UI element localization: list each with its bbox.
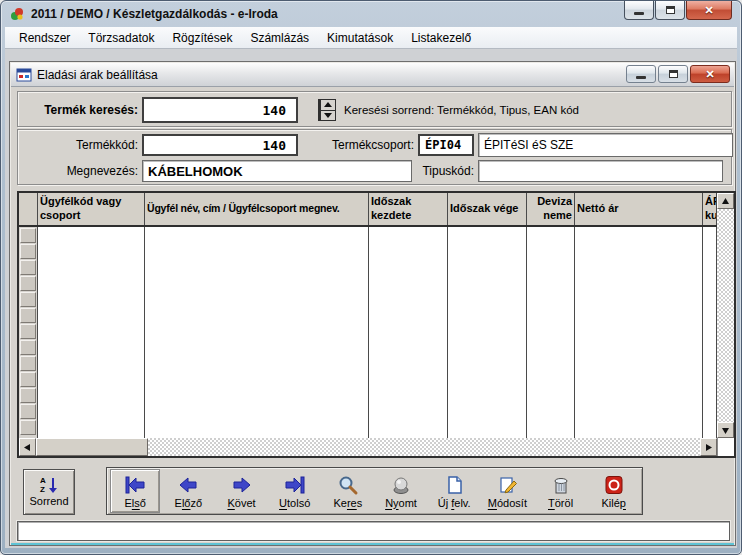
exit-icon bbox=[602, 474, 626, 496]
main-caption-buttons: ✕ bbox=[624, 1, 732, 20]
kilep-button-label: Kilép bbox=[601, 497, 625, 509]
vertical-scroll-track[interactable] bbox=[717, 209, 734, 422]
dialog-body: Termék keresés: 140 Keresési sorrend: Te… bbox=[11, 87, 734, 544]
uj-felv-button[interactable]: Új felv. bbox=[429, 469, 479, 513]
dialog-close-button[interactable]: ✕ bbox=[690, 65, 730, 83]
dialog-minimize-button[interactable] bbox=[626, 65, 656, 83]
elso-button-label: Első bbox=[124, 497, 145, 509]
nyomt-button-label: Nyomt bbox=[385, 497, 417, 509]
horizontal-scroll-thumb[interactable] bbox=[36, 438, 148, 456]
mdi-client-area: Eladási árak beállítása ✕ Termék keresés… bbox=[5, 49, 737, 548]
first-icon bbox=[123, 474, 147, 496]
grid-column-header-ugyfelkod-vagy-csoport[interactable]: Ügyfélkód vagy csoport bbox=[38, 193, 145, 225]
elso-button[interactable]: Első bbox=[110, 469, 160, 513]
kovet-button-label: Követ bbox=[227, 497, 255, 509]
menu-item-szamlazas[interactable]: Számlázás bbox=[241, 28, 318, 48]
type-code-input[interactable] bbox=[478, 160, 723, 182]
scroll-right-button[interactable] bbox=[700, 438, 717, 456]
kilep-button[interactable]: Kilép bbox=[589, 469, 639, 513]
main-window: 2011 / DEMO / Készletgazdálkodás - e-Iro… bbox=[0, 0, 742, 555]
minimize-icon bbox=[634, 12, 644, 15]
bottom-accent-line bbox=[11, 543, 734, 545]
torol-button-label: Töröl bbox=[548, 497, 573, 509]
edit-icon bbox=[495, 474, 519, 496]
grid-vertical-scrollbar[interactable] bbox=[717, 193, 734, 438]
row-selector-cell[interactable] bbox=[20, 260, 36, 275]
scroll-down-button[interactable] bbox=[717, 422, 734, 438]
grid-column-header-netto-ar[interactable]: Nettó ár bbox=[575, 193, 703, 225]
grid-body-column bbox=[703, 227, 717, 438]
type-code-label: Tipuskód: bbox=[416, 160, 474, 182]
horizontal-scroll-track[interactable] bbox=[148, 438, 700, 456]
sort-az-icon: AZ bbox=[40, 477, 58, 494]
menu-item-torzsadatok[interactable]: Törzsadatok bbox=[79, 28, 163, 48]
scroll-left-button[interactable] bbox=[19, 438, 36, 456]
menu-item-rendszer[interactable]: Rendszer bbox=[10, 28, 79, 48]
grid-column-header-afa-kulcs[interactable]: ÁFA kulcs bbox=[703, 193, 717, 225]
grid-column-header-deviza-neme[interactable]: Deviza neme bbox=[527, 193, 575, 225]
menu-item-listakezelo[interactable]: Listakezelő bbox=[402, 28, 480, 48]
kovet-button[interactable]: Követ bbox=[217, 469, 267, 513]
menu-item-kimutatasok[interactable]: Kimutatások bbox=[318, 28, 402, 48]
app-icon bbox=[9, 6, 25, 22]
grid-body-column bbox=[575, 227, 703, 438]
product-search-label: Termék keresés: bbox=[34, 92, 138, 128]
price-grid: Ügyfélkód vagy csoportÜgyfél név, cím / … bbox=[17, 191, 736, 458]
minimize-button[interactable] bbox=[624, 1, 654, 20]
grid-column-header-idoszak-vege[interactable]: Időszak vége bbox=[448, 193, 527, 225]
arrow-down-icon bbox=[721, 426, 730, 435]
grid-column-header-ugyfel-nev-cim-ugyfelcsoport-megnev[interactable]: Ügyfél név, cím / Ügyfélcsoport megnev. bbox=[145, 193, 369, 225]
grid-column-header-idoszak-kezdete[interactable]: Időszak kezdete bbox=[369, 193, 448, 225]
dialog-caption-buttons: ✕ bbox=[626, 65, 730, 83]
arrow-right-icon bbox=[704, 443, 713, 452]
row-selector-cell[interactable] bbox=[20, 420, 36, 435]
row-selector-cell[interactable] bbox=[20, 228, 36, 243]
product-group-name-field[interactable]: ÉPITéSI éS SZE bbox=[478, 133, 733, 157]
spinner-down-button[interactable] bbox=[321, 111, 335, 121]
sort-button[interactable]: AZ Sorrend bbox=[23, 469, 75, 515]
close-button[interactable]: ✕ bbox=[686, 1, 732, 20]
row-selector-cell[interactable] bbox=[20, 340, 36, 355]
row-selector-cell[interactable] bbox=[20, 324, 36, 339]
search-groupbox: Termék keresés: 140 Keresési sorrend: Te… bbox=[17, 91, 732, 127]
product-group-label: Termékcsoport: bbox=[308, 134, 414, 156]
close-icon: ✕ bbox=[705, 69, 714, 80]
torol-button[interactable]: Töröl bbox=[536, 469, 586, 513]
status-input[interactable] bbox=[17, 521, 730, 541]
arrow-up-icon bbox=[721, 197, 730, 206]
modosit-button-label: Módosít bbox=[488, 497, 527, 509]
print-icon bbox=[389, 474, 413, 496]
keres-button[interactable]: Keres bbox=[323, 469, 373, 513]
row-selector-cell[interactable] bbox=[20, 372, 36, 387]
grid-body bbox=[19, 227, 717, 438]
menu-item-rogzitesek[interactable]: Rögzítések bbox=[163, 28, 241, 48]
grid-body-column bbox=[369, 227, 448, 438]
dialog-restore-button[interactable] bbox=[658, 65, 688, 83]
spinner-up-button[interactable] bbox=[321, 100, 335, 111]
product-search-input[interactable]: 140 bbox=[142, 97, 298, 123]
next-icon bbox=[230, 474, 254, 496]
scroll-up-button[interactable] bbox=[717, 193, 734, 209]
row-selector-cell[interactable] bbox=[20, 388, 36, 403]
product-code-input[interactable]: 140 bbox=[142, 134, 298, 156]
utolso-button[interactable]: Utolsó bbox=[270, 469, 320, 513]
new-record-icon bbox=[442, 474, 466, 496]
row-selector-cell[interactable] bbox=[20, 404, 36, 419]
record-selector-column bbox=[19, 227, 38, 438]
nyomt-button[interactable]: Nyomt bbox=[376, 469, 426, 513]
product-name-input[interactable]: KÁBELHOMOK bbox=[142, 160, 412, 182]
restore-button[interactable] bbox=[655, 1, 685, 20]
row-selector-cell[interactable] bbox=[20, 244, 36, 259]
grid-horizontal-scrollbar[interactable] bbox=[19, 438, 717, 456]
modosit-button[interactable]: Módosít bbox=[482, 469, 532, 513]
chevron-up-icon bbox=[324, 102, 332, 107]
elozo-button[interactable]: Előző bbox=[163, 469, 213, 513]
grid-body-column bbox=[448, 227, 527, 438]
row-selector-cell[interactable] bbox=[20, 356, 36, 371]
row-selector-cell[interactable] bbox=[20, 308, 36, 323]
row-selector-cell[interactable] bbox=[20, 292, 36, 307]
product-group-code-input[interactable]: ÉPI04 bbox=[418, 134, 474, 156]
prev-icon bbox=[176, 474, 200, 496]
row-selector-cell[interactable] bbox=[20, 276, 36, 291]
product-code-label: Termékkód: bbox=[34, 134, 138, 156]
